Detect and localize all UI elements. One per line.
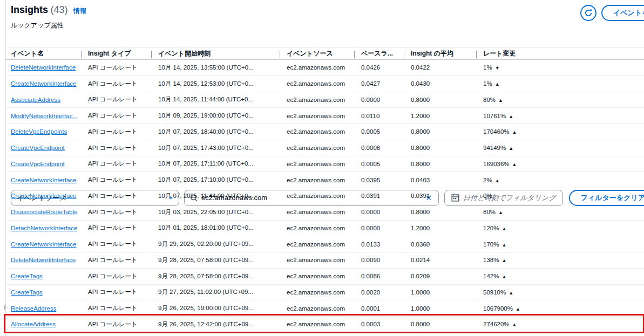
table-row: DeleteNetworkInterfaceAPI コールレート10月 14, … xyxy=(5,60,644,76)
arrow-up-icon: ▲ xyxy=(512,129,517,135)
table-row: DeleteVpcEndpointsAPI コールレート10月 07, 2025… xyxy=(5,124,644,140)
insight-type-cell: API コールレート xyxy=(81,176,151,184)
event-name-cell: CreateVpcEndpoint xyxy=(5,161,81,167)
baseline-cell: 0.0005 xyxy=(354,161,404,167)
table-header-row: イベント名Insight タイプイベント開始時刻イベントソースベースラ...In… xyxy=(5,47,644,60)
event-source-cell: ec2.amazonaws.com xyxy=(280,289,354,296)
table-row: AssociateAddressAPI コールレート10月 14, 2025, … xyxy=(5,92,644,108)
event-source-cell: ec2.amazonaws.com xyxy=(280,145,354,151)
result-count: (43) xyxy=(50,4,67,15)
insight-average-cell: 0.0209 xyxy=(404,273,476,279)
event-name-link[interactable]: CreateNetworkInterface xyxy=(11,80,76,87)
event-source-cell: ec2.amazonaws.com xyxy=(280,177,354,183)
event-name-cell: CreateNetworkInterface xyxy=(5,177,81,183)
event-source-cell: ec2.amazonaws.com xyxy=(280,305,354,312)
insight-average-cell: 0.0360 xyxy=(404,241,476,248)
column-header: Insight の平均 xyxy=(404,49,476,58)
event-source-cell: ec2.amazonaws.com xyxy=(280,273,354,279)
baseline-cell: 0.0000 xyxy=(354,209,404,215)
event-name-link[interactable]: CreateVpcEndpoint xyxy=(11,145,65,151)
event-name-cell: CreateTags xyxy=(5,273,81,279)
arrow-up-icon: ▲ xyxy=(509,290,513,296)
event-name-link[interactable]: DetachNetworkInterface xyxy=(11,225,77,231)
table-row: AllocateAddressAPI コールレート9月 26, 2025, 12… xyxy=(5,317,644,333)
event-name-link[interactable]: DeleteNetworkInterface xyxy=(11,257,76,263)
insight-average-cell: 0.0403 xyxy=(404,177,476,183)
arrow-up-icon: ▲ xyxy=(498,98,503,103)
rate-change-cell: 170460%▲ xyxy=(476,128,644,135)
event-name-link[interactable]: CreateTags xyxy=(11,289,43,296)
arrow-up-icon: ▲ xyxy=(501,242,506,248)
arrow-up-icon: ▲ xyxy=(501,226,506,231)
table-row: ReleaseAddressAPI コールレート9月 26, 2025, 19:… xyxy=(5,300,644,317)
arrow-down-icon: ▼ xyxy=(495,65,500,71)
event-name-link[interactable]: CreateVpcEndpoint xyxy=(11,161,65,167)
baseline-cell: 0.0008 xyxy=(354,145,404,151)
event-name-cell: CreateTags xyxy=(5,289,81,296)
table-row: DetachNetworkInterfaceAPI コールレート10月 01, … xyxy=(5,221,644,237)
start-time-cell: 10月 07, 2025, 17:10:00 (UTC+0... xyxy=(151,176,280,184)
rate-change-cell: 120%▲ xyxy=(476,225,644,231)
event-name-link[interactable]: AllocateAddress xyxy=(11,321,56,327)
table-row: DisassociateRouteTableAPI コールレート10月 03, … xyxy=(5,204,644,221)
event-name-link[interactable]: CreateNetworkInterface xyxy=(11,241,76,248)
arrow-up-icon: ▲ xyxy=(495,178,500,183)
table-row: CreateNetworkInterfaceAPI コールレート10月 07, … xyxy=(5,172,644,188)
column-header: レート変更 xyxy=(476,49,644,58)
table-row: CreateVpcEndpointAPI コールレート10月 07, 2025,… xyxy=(5,140,644,156)
event-name-cell: DisassociateRouteTable xyxy=(5,209,81,215)
baseline-cell: 0.0110 xyxy=(354,113,404,119)
page-title-row: Insights (43) 情報 xyxy=(11,4,86,18)
rate-change-cell: 10761%▲ xyxy=(476,113,644,119)
event-source-cell: ec2.amazonaws.com xyxy=(280,161,354,167)
baseline-cell: 0.0005 xyxy=(354,128,404,135)
rate-change-cell: 2%▲ xyxy=(476,177,644,183)
download-events-button[interactable]: イベントをダウンロード xyxy=(601,5,644,21)
baseline-cell: 0.0000 xyxy=(354,97,404,103)
event-name-cell: ReleaseAddress xyxy=(5,305,81,312)
rate-change-cell: 138%▲ xyxy=(476,257,644,263)
event-name-link[interactable]: AssociateAddress xyxy=(11,97,60,103)
column-header: イベント開始時刻 xyxy=(151,49,280,58)
baseline-cell: 0.0391 xyxy=(354,193,404,199)
insight-average-cell: 1.2000 xyxy=(404,113,476,119)
event-name-link[interactable]: ReleaseAddress xyxy=(11,305,56,312)
insight-average-cell: 0.0214 xyxy=(404,257,476,263)
refresh-button[interactable] xyxy=(580,5,596,21)
insight-type-cell: API コールレート xyxy=(81,192,151,200)
event-name-link[interactable]: DeleteVpcEndpoints xyxy=(11,128,67,135)
event-name-link[interactable]: DeleteNetworkInterface xyxy=(11,64,76,71)
baseline-cell: 0.0003 xyxy=(354,321,404,327)
insight-average-cell: 0.8000 xyxy=(404,209,476,215)
page-title: Insights xyxy=(11,4,48,15)
start-time-cell: 9月 27, 2025, 11:02:00 (UTC+09... xyxy=(151,288,280,296)
start-time-cell: 10月 07, 2025, 18:40:00 (UTC+0... xyxy=(151,128,280,136)
baseline-cell: 0.0086 xyxy=(354,273,404,279)
start-time-cell: 10月 03, 2025, 22:05:00 (UTC+0... xyxy=(151,208,280,216)
event-name-link[interactable]: ModifyNetworkInterfac... xyxy=(11,113,78,119)
info-link[interactable]: 情報 xyxy=(73,7,86,15)
table-row: CreateTagsAPI コールレート9月 27, 2025, 11:02:0… xyxy=(5,285,644,301)
insight-type-cell: API コールレート xyxy=(81,95,151,104)
column-header: イベント名 xyxy=(5,49,81,58)
event-source-cell: ec2.amazonaws.com xyxy=(280,241,354,248)
start-time-cell: 10月 01, 2025, 18:01:00 (UTC+0... xyxy=(151,224,280,232)
event-name-cell: AssociateAddress xyxy=(5,97,81,103)
insight-average-cell: 1.2000 xyxy=(404,225,476,231)
event-name-cell: CreateNetworkInterface xyxy=(5,193,81,199)
event-name-link[interactable]: DisassociateRouteTable xyxy=(11,209,77,215)
start-time-cell: 10月 14, 2025, 11:44:00 (UTC+0... xyxy=(151,95,280,104)
insight-average-cell: 0.8000 xyxy=(404,97,476,103)
event-name-link[interactable]: CreateNetworkInterface xyxy=(11,177,76,183)
arrow-up-icon: ▲ xyxy=(501,258,506,263)
event-name-cell: DeleteNetworkInterface xyxy=(5,257,81,263)
insight-type-cell: API コールレート xyxy=(81,304,151,312)
arrow-up-icon: ▲ xyxy=(509,114,513,119)
insight-average-cell: 0.8000 xyxy=(404,128,476,135)
insight-type-cell: API コールレート xyxy=(81,128,151,136)
insight-average-cell: 0.0422 xyxy=(404,64,476,71)
event-name-link[interactable]: CreateNetworkInterface xyxy=(11,193,76,199)
start-time-cell: 10月 07, 2025, 17:43:00 (UTC+0... xyxy=(151,144,280,152)
event-name-link[interactable]: CreateTags xyxy=(11,273,43,279)
event-source-cell: ec2.amazonaws.com xyxy=(280,257,354,263)
